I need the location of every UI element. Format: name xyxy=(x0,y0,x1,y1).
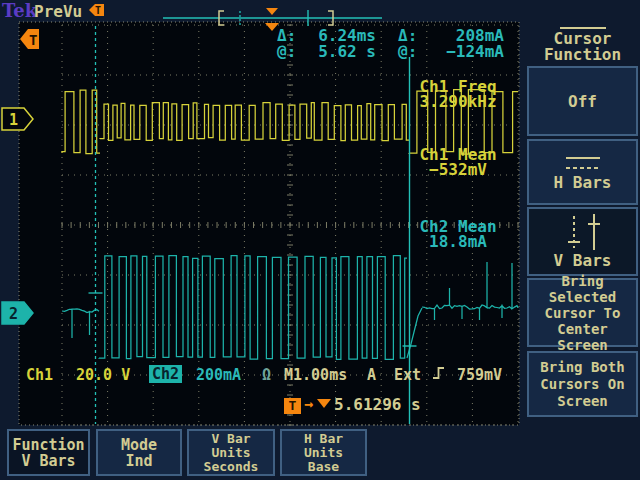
v-bars-icon xyxy=(559,214,607,252)
ch2-impedance: Ω xyxy=(262,367,271,383)
record-bar-trigger-marker-icon xyxy=(266,8,278,15)
ch2-mean-measurement: Ch2 Mean 18.8mA xyxy=(406,219,510,249)
softkey-v-bar-units-label: V Bar Units Seconds xyxy=(204,432,259,474)
ch1-label: Ch1 xyxy=(26,367,53,383)
menu-title: Cursor Function xyxy=(525,31,640,63)
softkey-h-bars[interactable]: H Bars xyxy=(527,139,638,205)
trigger-time-marker-icon xyxy=(317,399,331,408)
acquisition-mode: A xyxy=(367,367,376,383)
waveform-display: TT12 xyxy=(0,0,525,428)
softkey-bring-selected-cursor[interactable]: Bring Selected Cursor To Center Screen xyxy=(527,278,638,347)
ch1-freq-measurement: Ch1 Freq 3.290kHz xyxy=(406,79,510,109)
softkey-h-bar-units[interactable]: H Bar Units Base xyxy=(280,429,367,476)
h-bars-icon xyxy=(561,154,605,174)
svg-text:T: T xyxy=(95,5,101,16)
trigger-level: 759mV xyxy=(457,367,502,383)
trigger-time-t-icon: T xyxy=(284,395,301,414)
softkey-mode-label: Mode Ind xyxy=(121,437,157,469)
softkey-off-label: Off xyxy=(568,93,597,110)
rising-edge-slope-icon xyxy=(432,365,446,381)
softkey-v-bar-units[interactable]: V Bar Units Seconds xyxy=(187,429,275,476)
ch1-scale: 20.0 V xyxy=(76,367,130,383)
svg-text:1: 1 xyxy=(9,111,18,129)
softkey-function-label: Function V Bars xyxy=(12,437,84,469)
timebase-readout: M1.00ms xyxy=(284,367,347,383)
at-time-label: @: xyxy=(277,43,296,60)
at-amplitude-value: −124mA xyxy=(426,43,504,60)
tek-logo: Tek xyxy=(2,1,37,21)
at-time-value: 5.62 s xyxy=(300,43,376,60)
svg-text:2: 2 xyxy=(9,305,18,323)
softkey-mode-ind[interactable]: Mode Ind xyxy=(96,429,182,476)
trigger-source: Ext xyxy=(394,367,421,383)
trigger-time-arrow-icon: → xyxy=(304,396,313,412)
svg-text:T: T xyxy=(29,32,37,48)
at-amplitude-label: @: xyxy=(398,43,417,60)
oscilloscope-screen: TT12 Tek PreVu Δ: 6.24ms @: 5.62 s Δ: 20… xyxy=(0,0,640,480)
acquisition-status: PreVu xyxy=(34,3,82,20)
softkey-v-bars[interactable]: V Bars xyxy=(527,207,638,276)
softkey-bring-both-cursors[interactable]: Bring Both Cursors On Screen xyxy=(527,351,638,417)
softkey-h-bars-label: H Bars xyxy=(554,174,612,191)
ch2-label-highlight: Ch2 xyxy=(149,364,182,383)
softkey-cursor-off[interactable]: Off xyxy=(527,66,638,136)
ch2-scale: 200mA xyxy=(196,367,241,383)
softkey-h-bar-units-label: H Bar Units Base xyxy=(304,432,343,474)
ch1-mean-measurement: Ch1 Mean −532mV xyxy=(406,147,510,177)
softkey-bring-both-label: Bring Both Cursors On Screen xyxy=(540,359,624,410)
softkey-v-bars-label: V Bars xyxy=(554,252,612,269)
softkey-bring-selected-label: Bring Selected Cursor To Center Screen xyxy=(529,273,636,353)
softkey-function-v-bars[interactable]: Function V Bars xyxy=(7,429,90,476)
trigger-time-value: 5.61296 s xyxy=(334,395,421,414)
ch2-label: Ch2 xyxy=(149,365,182,383)
